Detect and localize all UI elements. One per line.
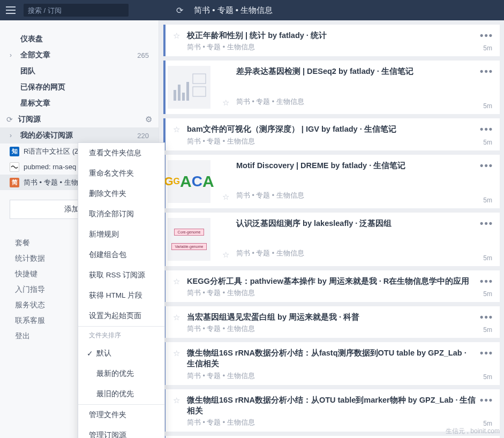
article-source: 简书 • 专题 • 生物信息 [187,324,476,334]
article-body: KEGG分析工具：pathview基本操作 by 周运来就是我 · R在生物信息… [187,270,500,302]
article-title: 差异表达基因检测 | DESeq2 by fatlady · 生信笔记 [236,66,476,77]
pubmed-icon [10,162,19,172]
article-time: 5m [483,290,492,298]
star-icon[interactable]: ☆ [173,125,180,134]
ctx-manage-folders[interactable]: 管理文件夹 [78,405,164,425]
article-row[interactable]: GGACA☆Motif Discovery | DREME by fatlady… [163,155,500,208]
article-row[interactable]: ☆差异表达基因检测 | DESeq2 by fatlady · 生信笔记简书 •… [163,61,500,114]
article-source: 简书 • 专题 • 生物信息 [236,249,476,258]
more-icon[interactable]: ••• [480,276,493,287]
svg-rect-2 [6,13,16,14]
article-source: 简书 • 专题 • 生物信息 [187,137,476,146]
star-icon[interactable]: ☆ [222,98,229,108]
svg-rect-8 [193,87,206,96]
article-body: bam文件的可视化（测序深度） | IGV by fatlady · 生信笔记简… [187,118,500,150]
article-title: 校正年龄和性别 | 统计 by fatlady · 统计 [187,30,476,41]
article-row[interactable]: ☆微生物组16S rRNA数据分析小结：从OTU table到marker物种 … [163,389,500,432]
star-icon[interactable]: ☆ [222,250,229,260]
article-row[interactable]: ☆微生物组16S rRNA数据分析小结：从fastq测序数据到OTU table… [163,342,500,385]
ctx-set-start[interactable]: 设置为起始页面 [78,306,164,326]
more-icon[interactable]: ••• [480,312,493,323]
article-time: 5m [483,326,492,334]
svg-rect-0 [6,6,16,7]
article-row[interactable]: ☆bam文件的可视化（测序深度） | IGV by fatlady · 生信笔记… [163,118,500,150]
ctx-get-html[interactable]: 获得 HTML 片段 [78,285,164,306]
star-icon[interactable]: ☆ [173,396,180,405]
folder-context-menu: 查看文件夹信息 重命名文件夹 删除文件夹 取消全部订阅 新增规则 创建组合包 获… [78,142,165,438]
article-thumbnail [168,66,210,109]
article-title: KEGG分析工具：pathview基本操作 by 周运来就是我 · R在生物信息… [187,276,476,286]
ctx-sort-oldest[interactable]: 最旧的优先 [78,384,164,404]
ctx-sort-header: 文件夹排序 [78,326,164,343]
svg-rect-7 [193,74,206,84]
article-body: 微生物组16S rRNA数据分析小结：从fastq测序数据到OTU table … [187,342,500,385]
ctx-get-rss[interactable]: 获取 RSS 订阅源 [78,265,164,285]
article-source: 简书 • 专题 • 生物信息 [187,418,476,427]
article-title: 当宏基因组遇见宏蛋白组 by 周运来就是我 · 科普 [187,312,476,322]
article-row[interactable]: ☆Texshade对多重序列比对进行可视化 by Yeyuntian · Ubu… [163,436,500,438]
article-source: 简书 • 专题 • 生物信息 [187,372,476,381]
ctx-rename[interactable]: 重命名文件夹 [78,163,164,184]
star-column: ☆ [166,270,187,302]
nav-starred[interactable]: 星标文章 [0,95,159,111]
star-column: ☆ [215,155,236,208]
more-icon[interactable]: ••• [480,66,493,77]
star-column: ☆ [166,436,187,438]
article-body: 认识泛基因组测序 by lakesleafly · 泛基因组简书 • 专题 • … [236,213,500,266]
reload-icon[interactable]: ⟳ [174,5,185,16]
article-title: Motif Discovery | DREME by fatlady · 生信笔… [236,160,476,171]
star-column: ☆ [166,389,187,432]
article-row[interactable]: ☆当宏基因组遇见宏蛋白组 by 周运来就是我 · 科普简书 • 专题 • 生物信… [163,306,500,338]
article-source: 简书 • 专题 • 生物信息 [236,191,476,200]
sync-icon[interactable]: ⟳ [6,115,18,124]
star-icon[interactable]: ☆ [173,31,180,41]
nav-dashboard[interactable]: 仪表盘 [0,31,159,47]
nav-must-read-folder[interactable]: ›我的必读订阅源220 [0,127,159,144]
ctx-create-bundle[interactable]: 创建组合包 [78,245,164,265]
article-time: 5m [483,197,492,204]
more-icon[interactable]: ••• [480,395,493,406]
ctx-view-info[interactable]: 查看文件夹信息 [78,143,164,163]
article-title: bam文件的可视化（测序深度） | IGV by fatlady · 生信笔记 [187,124,476,134]
nav-team[interactable]: 团队 [0,63,159,79]
article-body: Texshade对多重序列比对进行可视化 by Yeyuntian · Ubun… [187,436,500,438]
search-input[interactable] [24,4,129,17]
gear-icon[interactable]: ⚙ [145,115,152,124]
star-icon[interactable]: ☆ [173,349,180,358]
article-body: Motif Discovery | DREME by fatlady · 生信笔… [236,155,500,208]
article-body: 差异表达基因检测 | DESeq2 by fatlady · 生信笔记简书 • … [236,61,500,114]
svg-rect-5 [182,93,185,101]
article-source: 简书 • 专题 • 生物信息 [187,289,476,298]
more-icon[interactable]: ••• [480,30,493,41]
more-icon[interactable]: ••• [480,124,493,135]
article-source: 简书 • 专题 • 生物信息 [236,97,476,107]
more-icon[interactable]: ••• [480,218,493,229]
nav-saved-pages[interactable]: 已保存的网页 [0,79,159,95]
article-row[interactable]: ☆校正年龄和性别 | 统计 by fatlady · 统计简书 • 专题 • 生… [163,25,500,56]
hamburger-menu-button[interactable] [0,0,21,20]
article-row[interactable]: Core-genomeVariable-genome☆认识泛基因组测序 by l… [163,213,500,266]
star-icon[interactable]: ☆ [173,313,180,322]
nav-all-articles[interactable]: ›全部文章265 [0,47,159,63]
article-time: 5m [483,139,492,146]
article-body: 微生物组16S rRNA数据分析小结：从OTU table到marker物种 b… [187,389,500,432]
star-column: ☆ [166,118,187,150]
star-icon[interactable]: ☆ [222,192,229,202]
article-list-pane: ☆校正年龄和性别 | 统计 by fatlady · 统计简书 • 专题 • 生… [159,20,504,438]
star-column: ☆ [166,306,187,338]
star-icon[interactable]: ☆ [173,277,180,286]
article-row[interactable]: ☆KEGG分析工具：pathview基本操作 by 周运来就是我 · R在生物信… [163,270,500,302]
article-time: 5m [483,373,492,381]
ctx-unsub-all[interactable]: 取消全部订阅 [78,204,164,224]
ctx-new-rule[interactable]: 新增规则 [78,224,164,245]
star-column: ☆ [166,342,187,385]
ctx-sort-newest[interactable]: 最新的优先 [78,364,164,384]
ctx-manage-feeds[interactable]: 管理订阅源 [78,425,164,438]
article-title: 微生物组16S rRNA数据分析小结：从OTU table到marker物种 b… [187,395,476,417]
more-icon[interactable]: ••• [480,348,493,359]
ctx-sort-default[interactable]: ✓默认 [78,343,164,364]
star-column: ☆ [215,61,236,114]
ctx-delete[interactable]: 删除文件夹 [78,184,164,204]
more-icon[interactable]: ••• [480,160,493,171]
article-body: 当宏基因组遇见宏蛋白组 by 周运来就是我 · 科普简书 • 专题 • 生物信息… [187,306,500,338]
